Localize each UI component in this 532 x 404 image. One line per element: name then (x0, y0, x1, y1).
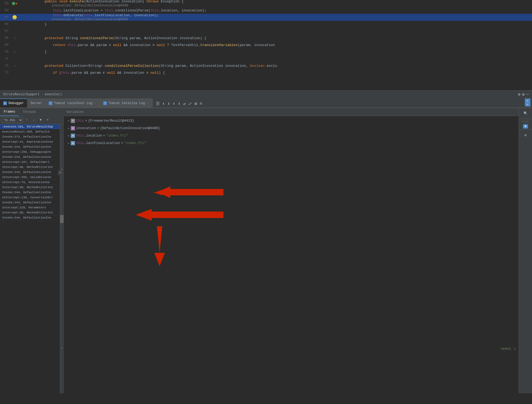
frame-item-17[interactable]: Intercept:98, MethodFilterInt (0, 210, 60, 215)
copy-btn[interactable]: ⧉ (58, 170, 63, 175)
localhost-log-icon: T (49, 101, 52, 105)
variables-list: ▶ ≡ this = {FreemarkerResult@4413} ▶ ● i… (64, 116, 519, 393)
frame-item-11[interactable]: oIntercept:76, AnnotationVa (0, 180, 60, 185)
world-icon[interactable]: ⊕ (518, 92, 521, 97)
frame-item-4[interactable]: Invoke:244, DefaultActionInv (0, 145, 60, 150)
m-button[interactable]: M (523, 124, 528, 129)
code-line-66: 66 } (0, 21, 532, 28)
tab-debugger[interactable]: D Debugger (0, 98, 27, 108)
toolbar-refresh-icon[interactable]: ↺ (182, 100, 187, 108)
line-number-66: 66 (0, 22, 11, 26)
search-btn[interactable]: 🔍 (521, 109, 530, 118)
expand-icon-lastfinal[interactable]: ▶ (66, 141, 71, 145)
expand-icon-this[interactable]: ▶ (66, 119, 71, 123)
line-gutter-63: ◉ (11, 2, 19, 5)
line-number-64: 64 (0, 9, 11, 12)
breadcrumb-class[interactable]: StrutsResultSupport (3, 93, 40, 96)
frame-item-14[interactable]: oIntercept:138, ConversionErr (0, 195, 60, 200)
server-tab-label: Server (31, 101, 42, 105)
frame-item-16[interactable]: Intercept:229, Parameters (0, 205, 60, 210)
loaded-status: oaded. L (501, 347, 516, 351)
code-line-73: 73 if (this.parse && param ≠ null && inv… (0, 69, 532, 76)
line-number-63: 63 (0, 2, 11, 5)
var-item-lastfinal[interactable]: ▶ ∞ this.lastFinalLocation = "index.ftl" (64, 139, 519, 147)
expand-icon-invocation[interactable]: ▶ (66, 126, 71, 130)
var-item-this[interactable]: ▶ ≡ this = {FreemarkerResult@4413} (64, 117, 519, 125)
frame-item-9[interactable]: Invoke:244, DefaultActionInv (0, 170, 60, 175)
expand-icon-location[interactable]: ▶ (66, 134, 71, 138)
catalina-log-icon: T (103, 101, 107, 105)
panel-toolbar: "ht...ING ↑ ↓ ▼ + (0, 116, 64, 124)
debugger-tab-label: Debugger (9, 101, 24, 105)
var-icon-this: ≡ (71, 119, 75, 123)
toolbar-evaluate-icon[interactable]: ⤢ (187, 100, 193, 108)
var-eq-invocation: = (97, 126, 99, 130)
tab-catalina-log[interactable]: T Tomcat Catalina Log ✕ (100, 98, 153, 108)
frame-item-8[interactable]: Intercept:98, MethodFilterInt (0, 165, 60, 170)
frame-down-btn[interactable]: ↓ (31, 117, 37, 123)
frame-item-5[interactable]: oIntercept:256, DebuggingInt (0, 150, 60, 155)
scroll-track (60, 214, 64, 304)
frame-item-6[interactable]: Invoke:244, DefaultActionInv (0, 155, 60, 160)
toolbar-step-over-icon[interactable]: ⬇ (172, 100, 176, 108)
catalina-log-close[interactable]: ✕ (147, 102, 149, 105)
toolbar-down-resume-icon[interactable]: ⬇ (166, 100, 171, 108)
toolbar-watch-icon[interactable]: ⊞ (193, 100, 198, 108)
frame-filter-btn[interactable]: ▼ (38, 117, 44, 123)
toolbar-up-icon[interactable]: ⬆ (161, 100, 166, 108)
frame-add-btn[interactable]: + (45, 117, 51, 123)
line-number-69: 69 (0, 43, 11, 47)
localhost-log-close[interactable]: ✕ (94, 102, 97, 105)
line-number-70: 70 (0, 50, 11, 54)
toolbar-collapse-icon[interactable]: ≡ (199, 100, 203, 107)
tab-server[interactable]: Server (27, 98, 45, 108)
line-number-65: 65 (0, 15, 11, 19)
var-name-location-prefix: this (76, 134, 84, 138)
frame-item-18[interactable]: Invoke:244, DefaultActionInv (0, 215, 60, 220)
line-gutter-65: 💡 (11, 15, 19, 19)
panel-body: Frames Threads "ht...ING ↑ ↓ ▼ + (0, 108, 532, 393)
variables-label: Variables (66, 110, 84, 114)
var-item-location[interactable]: ▶ ∞ this.location = "index.ftl" (64, 132, 519, 139)
frames-list[interactable]: :execute:191, StrutsResultSup executeRes… (0, 124, 60, 393)
variables-header: Variables (64, 108, 519, 116)
frame-item-1[interactable]: executeResult:369, DefaultA (0, 129, 60, 134)
frame-item-13[interactable]: Invoke:244, DefaultActionInv (0, 190, 60, 195)
panel-tab-threads[interactable]: Threads (19, 108, 40, 116)
breadcrumb-sep: › (41, 93, 43, 96)
var-val-this: {FreemarkerResult@4413} (88, 119, 134, 123)
frame-item-0[interactable]: :execute:191, StrutsResultSup (0, 124, 60, 129)
scroll-down[interactable]: ▼ (60, 304, 64, 393)
frame-item-7[interactable]: oIntercept:167, DefaultWorl (0, 160, 60, 165)
frame-item-10[interactable]: oIntercept:265, ValidationIn (0, 175, 60, 180)
frame-item-3[interactable]: Intercept:41, DeprecationInte (0, 139, 60, 145)
fold-icon-72: ◇ (14, 64, 15, 67)
breadcrumb-method[interactable]: execute() (45, 93, 62, 96)
thread-dropdown[interactable]: "ht...ING (2, 117, 23, 123)
expand-panel-btn[interactable]: ▶▶ (525, 98, 530, 106)
toolbar-lines-icon[interactable]: ☰ (155, 100, 161, 108)
var-name-lastfinal-suffix: .lastFinalLocation (84, 141, 120, 145)
frame-item-12[interactable]: Intercept:98, MethodFilterInt (0, 185, 60, 190)
catalina-log-label: Tomcat Catalina Log (109, 101, 145, 105)
bulb-icon[interactable]: 💡 (13, 15, 17, 19)
var-item-invocation[interactable]: ▶ ● invocation = {DefaultActionInvocatio… (64, 125, 519, 132)
var-icon-invocation: ● (71, 126, 75, 130)
settings-icon[interactable]: ⚙ (522, 92, 525, 97)
line-number-73: 73 (0, 71, 11, 75)
toolbar-step-out-icon[interactable]: ⬆ (177, 100, 182, 108)
scroll-up[interactable]: ▲ (60, 124, 64, 214)
tab-localhost-log[interactable]: T Tomcat Localhost Log ✕ (45, 98, 100, 108)
frame-item-2[interactable]: Invoke:273, DefaultActionInv (0, 134, 60, 139)
frame-item-15[interactable]: Invoke:244, DefaultActionInv (0, 200, 60, 205)
settings-panel-btn[interactable]: ⚙ (521, 131, 530, 139)
var-val-location: "index.ftl" (106, 134, 128, 138)
var-val-lastfinal: "index.ftl" (124, 141, 146, 145)
close-panel-icon[interactable]: — (526, 92, 529, 97)
debug-step-icon: ◉ (16, 2, 17, 5)
breadcrumb: StrutsResultSupport › execute() ⊕ ⚙ — (0, 90, 532, 98)
var-icon-lastfinal: ∞ (71, 141, 75, 145)
frame-up-btn[interactable]: ↑ (24, 117, 30, 123)
panel-tab-frames[interactable]: Frames (0, 108, 19, 116)
var-name-lastfinal-prefix: this (76, 141, 84, 145)
